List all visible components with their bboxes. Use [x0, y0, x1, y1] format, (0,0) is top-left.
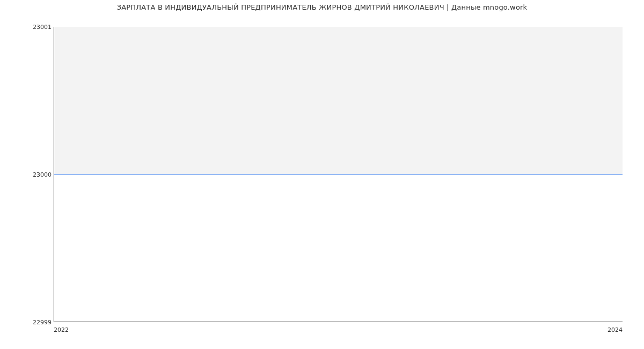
- y-tick-mid: 23000: [33, 171, 52, 178]
- x-tick-start: 2022: [54, 326, 69, 333]
- y-tick-min: 22999: [33, 319, 52, 326]
- x-tick-end: 2024: [608, 326, 623, 333]
- plot-area: [54, 27, 623, 322]
- y-tick-max: 23001: [33, 24, 52, 31]
- salary-chart: ЗАРПЛАТА В ИНДИВИДУАЛЬНЫЙ ПРЕДПРИНИМАТЕЛ…: [0, 0, 644, 349]
- series-line: [54, 174, 623, 175]
- area-fill: [54, 27, 623, 174]
- chart-title: ЗАРПЛАТА В ИНДИВИДУАЛЬНЫЙ ПРЕДПРИНИМАТЕЛ…: [0, 3, 644, 11]
